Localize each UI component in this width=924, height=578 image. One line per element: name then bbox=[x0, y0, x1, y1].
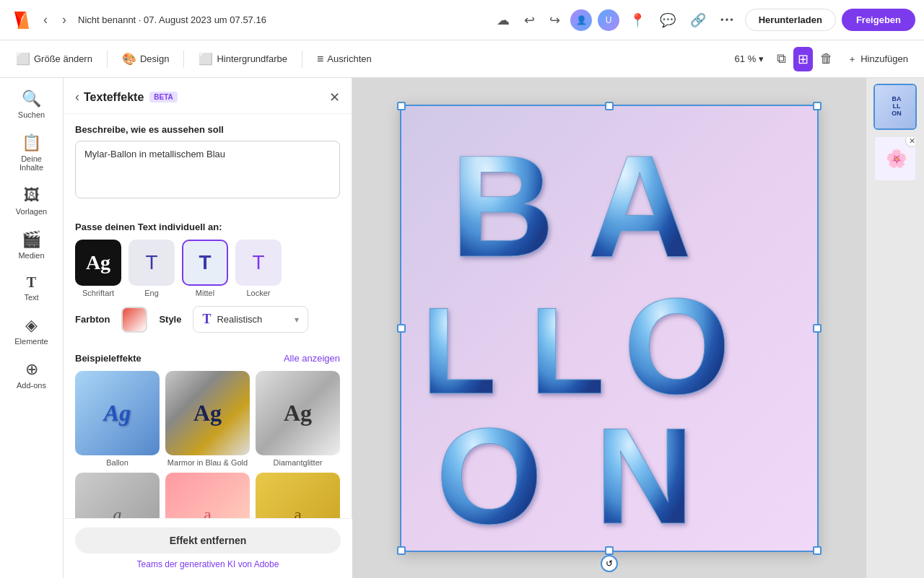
style-dropdown-chevron: ▾ bbox=[295, 315, 299, 325]
templates-icon: 🖼 bbox=[24, 186, 40, 205]
customize-label: Passe deinen Text individuell an: bbox=[75, 222, 340, 232]
style-card-eng[interactable]: T Eng bbox=[128, 240, 175, 297]
example-thumb-marmor: Ag bbox=[165, 371, 250, 455]
panel-header: ‹ Texteffekte BETA ✕ bbox=[64, 78, 352, 114]
style-dropdown[interactable]: T Realistisch ▾ bbox=[193, 306, 308, 333]
background-icon: ⬜ bbox=[199, 52, 213, 66]
sidebar-label-templates: Vorlagen bbox=[16, 207, 47, 216]
share-main-button[interactable]: Freigeben bbox=[842, 9, 915, 31]
design-icon: 🎨 bbox=[122, 52, 136, 66]
style-card-locker[interactable]: T Locker bbox=[235, 240, 282, 297]
color-style-row: Farbton Style T Realistisch ▾ bbox=[75, 306, 340, 333]
align-icon: ≡ bbox=[317, 53, 323, 66]
remove-effect-button[interactable]: Effekt entfernen bbox=[75, 527, 341, 553]
delete-button[interactable]: 🗑 bbox=[816, 47, 837, 71]
more-options-button[interactable]: ••• bbox=[716, 10, 739, 30]
zoom-control[interactable]: 61 % ▾ bbox=[729, 51, 770, 67]
describe-label: Beschreibe, wie es aussehen soll bbox=[75, 124, 340, 135]
examples-grid: Ag Ballon Ag Marmor in Blau & Gold Ag Di… bbox=[75, 371, 340, 467]
panel-title: Texteffekte bbox=[84, 91, 144, 104]
style-label: Style bbox=[159, 314, 181, 325]
elements-icon: ◈ bbox=[25, 316, 38, 335]
panel-footer: Effekt entfernen Teams der generativen K… bbox=[64, 518, 352, 578]
download-button[interactable]: Herunterladen bbox=[745, 9, 836, 31]
style-dropdown-value: Realistisch bbox=[217, 314, 262, 325]
undo-button[interactable]: ↩ bbox=[520, 8, 539, 32]
rotate-handle[interactable]: ↺ bbox=[601, 555, 618, 572]
sidebar-item-templates[interactable]: 🖼 Vorlagen bbox=[4, 180, 59, 222]
topbar-right-actions: ↩ ↪ 👤 U 📍 💬 🔗 ••• Herunterladen Freigebe… bbox=[520, 8, 915, 32]
content-icon: 📋 bbox=[22, 133, 41, 152]
toolbar-divider-2 bbox=[183, 51, 184, 68]
canvas-area[interactable]: ↺ bbox=[352, 78, 866, 578]
color-swatch[interactable] bbox=[121, 307, 147, 333]
design-label: Design bbox=[140, 53, 169, 64]
profile-avatar[interactable]: 👤 bbox=[570, 9, 592, 31]
thumbnail-flower[interactable]: 🌸 ✕ bbox=[873, 136, 917, 182]
nav-forward-button[interactable]: › bbox=[56, 9, 72, 30]
describe-section: Beschreibe, wie es aussehen soll bbox=[64, 114, 352, 211]
style-grid: Ag Schriftart T Eng T Mittel T Locker bbox=[75, 240, 340, 297]
sidebar-item-media[interactable]: 🎬 Medien bbox=[4, 224, 59, 266]
balloon-text-svg: B A L L O O N B A bbox=[414, 112, 804, 545]
design-button[interactable]: 🎨 Design bbox=[115, 48, 176, 70]
grid-button[interactable]: ⊞ bbox=[793, 47, 813, 71]
example-label-ballon: Ballon bbox=[106, 458, 128, 467]
panel-back-button[interactable]: ‹ bbox=[75, 88, 84, 106]
ai-teams-link[interactable]: Teams der generativen KI von Adobe bbox=[137, 559, 279, 569]
zoom-chevron: ▾ bbox=[759, 53, 764, 64]
svg-text:B: B bbox=[450, 126, 554, 286]
location-button[interactable]: 📍 bbox=[625, 8, 650, 32]
close-thumb-button[interactable]: ✕ bbox=[905, 136, 917, 147]
example-marmor[interactable]: Ag Marmor in Blau & Gold bbox=[165, 371, 250, 467]
nav-back-button[interactable]: ‹ bbox=[38, 9, 53, 30]
align-button[interactable]: ≡ Ausrichten bbox=[310, 48, 379, 70]
toolbar-right: 61 % ▾ ⧉ ⊞ 🗑 ＋ Hinzufügen bbox=[729, 47, 915, 71]
example-diamant[interactable]: Ag Diamantglitter bbox=[256, 371, 340, 467]
style-thumb-locker: T bbox=[235, 240, 282, 286]
sidebar-item-search[interactable]: 🔍 Suchen bbox=[4, 84, 59, 125]
example-thumb-ballon: Ag bbox=[75, 371, 160, 455]
adobe-logo[interactable] bbox=[9, 9, 32, 32]
style-thumb-mittel: T bbox=[182, 240, 228, 286]
text-icon: T bbox=[27, 274, 36, 291]
example-thumb-diamant: Ag bbox=[256, 371, 340, 455]
share-button[interactable]: 🔗 bbox=[686, 8, 710, 32]
cloud-save-button[interactable]: ☁ bbox=[492, 8, 514, 32]
pages-button[interactable]: ⧉ bbox=[772, 47, 790, 71]
resize-label: Größe ändern bbox=[34, 53, 92, 64]
sidebar-label-elements: Elemente bbox=[14, 337, 48, 346]
background-color-button[interactable]: ⬜ Hintergrundfarbe bbox=[191, 48, 295, 70]
canvas-content: B A L L O O N B A bbox=[400, 105, 819, 552]
add-button[interactable]: ＋ Hinzufügen bbox=[840, 48, 915, 70]
panel-close-button[interactable]: ✕ bbox=[329, 89, 340, 105]
style-label-mittel: Mittel bbox=[196, 289, 214, 297]
canvas-background[interactable]: ↺ bbox=[400, 105, 819, 552]
style-card-mittel[interactable]: T Mittel bbox=[182, 240, 228, 297]
sidebar-item-content[interactable]: 📋 Deine Inhalte bbox=[4, 128, 59, 178]
examples-show-all-link[interactable]: Alle anzeigen bbox=[284, 353, 340, 364]
redo-button[interactable]: ↪ bbox=[545, 8, 565, 32]
sidebar-item-addons[interactable]: ⊕ Add-ons bbox=[4, 354, 59, 395]
style-dropdown-icon: T bbox=[202, 312, 211, 327]
sidebar-label-media: Medien bbox=[18, 251, 44, 260]
sidebar-item-text[interactable]: T Text bbox=[4, 268, 59, 307]
sidebar-item-elements[interactable]: ◈ Elemente bbox=[4, 310, 59, 351]
resize-button[interactable]: ⬜ Größe ändern bbox=[9, 48, 100, 70]
describe-textarea[interactable] bbox=[75, 141, 340, 198]
main-content: 🔍 Suchen 📋 Deine Inhalte 🖼 Vorlagen 🎬 Me… bbox=[0, 78, 924, 578]
sidebar-label-search: Suchen bbox=[18, 110, 45, 119]
right-thumbnails-panel: BALLON 🌸 ✕ bbox=[866, 78, 924, 578]
resize-icon: ⬜ bbox=[16, 52, 30, 66]
addons-icon: ⊕ bbox=[25, 360, 38, 379]
zoom-value: 61 % bbox=[735, 53, 757, 64]
example-ballon[interactable]: Ag Ballon bbox=[75, 371, 160, 467]
left-sidebar: 🔍 Suchen 📋 Deine Inhalte 🖼 Vorlagen 🎬 Me… bbox=[0, 78, 64, 578]
style-card-schriftart[interactable]: Ag Schriftart bbox=[75, 240, 121, 297]
style-label-eng: Eng bbox=[144, 289, 159, 297]
user-avatar[interactable]: U bbox=[598, 9, 619, 31]
thumbnail-balloon[interactable]: BALLON bbox=[873, 84, 917, 130]
panel-badge: BETA bbox=[149, 92, 177, 102]
comment-button[interactable]: 💬 bbox=[655, 8, 680, 32]
bg-label: Hintergrundfarbe bbox=[217, 53, 287, 64]
